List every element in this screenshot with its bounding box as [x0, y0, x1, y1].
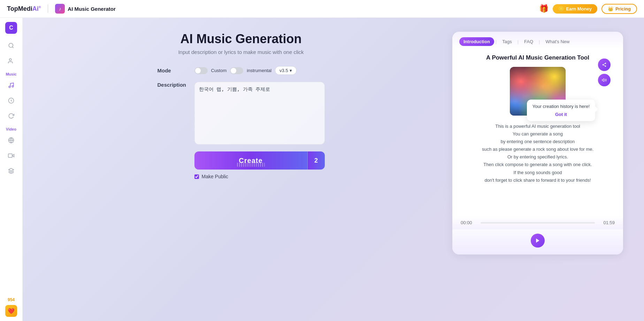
- gift-icon[interactable]: 🎁: [539, 4, 549, 13]
- make-public-checkbox[interactable]: [194, 174, 199, 179]
- tab-faq[interactable]: FAQ: [520, 37, 537, 46]
- sidebar-item-refresh[interactable]: [5, 110, 17, 122]
- svg-point-1: [9, 58, 12, 61]
- info-tabs: Introduction | Tags | FAQ | What's New: [452, 32, 623, 49]
- tooltip-text: Your creation history is here!: [532, 104, 590, 109]
- header-right: 🎁 🪙 Earn Money 👑 Pricing: [539, 4, 637, 14]
- sidebar-item-globe[interactable]: [5, 134, 17, 147]
- logo-divider: [48, 5, 48, 13]
- sidebar-item-search[interactable]: [5, 39, 17, 52]
- description-textarea[interactable]: [194, 82, 325, 144]
- version-select[interactable]: v3.5 ▾: [275, 66, 297, 75]
- svg-line-13: [604, 65, 605, 66]
- time-start: 00:00: [461, 220, 472, 225]
- tab-whats-new[interactable]: What's New: [541, 37, 574, 46]
- sidebar-item-user[interactable]: [5, 55, 17, 67]
- audio-icon-button[interactable]: [598, 74, 611, 86]
- create-row: Create 2: [194, 151, 325, 170]
- svg-point-12: [605, 65, 606, 67]
- tooltip-got-it-button[interactable]: Got it: [532, 112, 590, 117]
- sidebar-item-circle[interactable]: [5, 94, 17, 107]
- coin-icon: 🪙: [558, 6, 564, 11]
- mode-controls: Custom instrumental v3.5 ▾: [194, 66, 297, 75]
- sidebar-score: 954: [8, 297, 15, 302]
- sidebar-avatar[interactable]: C: [5, 22, 17, 34]
- page-subtitle: Input description or lyrics to make musi…: [178, 49, 304, 55]
- app-icon: ♪: [55, 4, 65, 14]
- sidebar-item-video[interactable]: [5, 149, 17, 162]
- sidebar-item-music-note[interactable]: [5, 79, 17, 92]
- custom-label: Custom: [211, 68, 227, 73]
- music-label: Music: [6, 72, 16, 76]
- custom-toggle[interactable]: [194, 67, 208, 74]
- info-card-footer: 00:00 01:59: [452, 216, 623, 229]
- make-public-row: Make Public: [194, 174, 325, 179]
- play-progress-bar[interactable]: [481, 222, 595, 224]
- svg-line-14: [604, 64, 605, 64]
- time-end: 01:59: [603, 220, 615, 225]
- svg-marker-7: [12, 154, 14, 157]
- play-button[interactable]: [531, 234, 545, 248]
- chevron-down-icon: ▾: [290, 68, 292, 73]
- info-card-body: A Powerful AI Music Generation Tool: [452, 49, 623, 216]
- info-card-title: A Powerful AI Music Generation Tool: [486, 54, 589, 61]
- tab-introduction[interactable]: Introduction: [459, 37, 494, 46]
- crown-icon: 👑: [608, 6, 613, 11]
- instrumental-toggle[interactable]: [230, 67, 243, 74]
- svg-point-3: [12, 86, 14, 87]
- logo-text: TopMediAi®: [7, 5, 41, 13]
- svg-marker-15: [602, 79, 604, 81]
- svg-point-10: [605, 63, 606, 64]
- main-layout: C Music Video 954 ❤️: [0, 18, 644, 321]
- sidebar-item-layers[interactable]: [5, 165, 17, 177]
- svg-point-0: [9, 43, 13, 47]
- sidebar-heart-button[interactable]: ❤️: [5, 305, 17, 317]
- pricing-button[interactable]: 👑 Pricing: [601, 4, 637, 14]
- svg-rect-8: [8, 154, 12, 158]
- create-button[interactable]: Create: [194, 151, 307, 170]
- sidebar: C Music Video 954 ❤️: [0, 18, 23, 321]
- info-card: Introduction | Tags | FAQ | What's New A…: [452, 32, 623, 255]
- svg-marker-16: [536, 238, 539, 243]
- info-card-description: This is a powerful AI music generation t…: [482, 123, 593, 184]
- mode-label: Mode: [158, 68, 189, 73]
- content-area: AI Music Generation Input description or…: [23, 18, 644, 321]
- logo: TopMediAi® ♪ AI Music Generator: [7, 4, 116, 14]
- tab-tags[interactable]: Tags: [498, 37, 516, 46]
- svg-point-11: [603, 64, 604, 65]
- description-row: Description: [158, 82, 325, 144]
- create-count: 2: [307, 151, 325, 170]
- svg-marker-9: [9, 169, 14, 171]
- header: TopMediAi® ♪ AI Music Generator 🎁 🪙 Earn…: [0, 0, 644, 18]
- form-container: Mode Custom instrumental v3.5 ▾ Desc: [158, 66, 325, 179]
- svg-point-2: [9, 86, 10, 88]
- instrumental-label: instrumental: [247, 68, 271, 73]
- make-public-checkbox-label[interactable]: Make Public: [194, 174, 325, 179]
- mode-row: Mode Custom instrumental v3.5 ▾: [158, 66, 325, 75]
- video-label: Video: [6, 127, 16, 131]
- app-name: AI Music Generator: [68, 6, 116, 12]
- play-area: [452, 229, 623, 255]
- left-panel: AI Music Generation Input description or…: [44, 32, 438, 307]
- progress-area: [476, 222, 599, 224]
- earn-money-button[interactable]: 🪙 Earn Money: [553, 4, 597, 14]
- share-button[interactable]: [598, 58, 611, 71]
- page-title: AI Music Generation: [180, 32, 301, 46]
- description-label: Description: [158, 82, 189, 88]
- tooltip-popup: Your creation history is here! Got it: [527, 100, 595, 121]
- right-panel: Introduction | Tags | FAQ | What's New A…: [452, 32, 623, 307]
